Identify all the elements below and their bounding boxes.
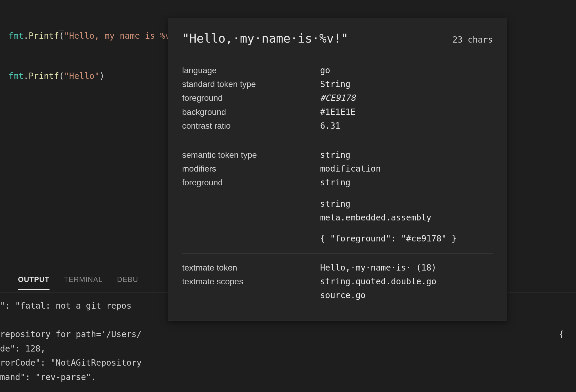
output-line: de": 128,	[0, 344, 46, 354]
label-language: language	[182, 64, 320, 77]
value-contrast-ratio: 6.31	[320, 119, 493, 133]
popup-section-basic: languagego standard token typeString for…	[182, 61, 493, 141]
scope-line: meta.embedded.assembly	[320, 211, 493, 225]
value-background: #1E1E1E	[320, 105, 493, 119]
token-open-paren: (	[59, 31, 64, 41]
output-line: ": "fatal: not a git repos	[0, 301, 131, 311]
label-background: background	[182, 105, 320, 119]
output-line: rorCode": "NotAGitRepository	[0, 358, 142, 368]
label-textmate-token: textmate token	[182, 261, 320, 275]
value-standard-token-type: String	[320, 77, 493, 91]
scope-line: source.go	[320, 289, 493, 302]
tab-terminal[interactable]: TERMINAL	[64, 275, 103, 289]
label-standard-token-type: standard token type	[182, 77, 320, 91]
label-foreground: foreground	[182, 91, 320, 105]
value-modifiers: modification	[320, 162, 493, 176]
token-func: Printf	[28, 31, 59, 41]
output-right-brace: {	[559, 327, 564, 342]
value-textmate-scopes: string.quoted.double.go	[320, 275, 493, 289]
output-line: repository for path='	[0, 329, 106, 339]
value-foreground-semantic: string	[320, 176, 493, 190]
popup-section-textmate: textmate tokenHello,·my·name·is· (18) te…	[182, 253, 493, 310]
popup-char-count: 23 chars	[452, 35, 493, 45]
value-language: go	[320, 64, 493, 77]
label-modifiers: modifiers	[182, 162, 320, 176]
value-semantic-token-type: string	[320, 148, 493, 162]
value-foreground: #CE9178	[320, 91, 493, 105]
textmate-extra-scopes: source.go	[320, 289, 493, 302]
semantic-extra-scopes: string meta.embedded.assembly { "foregro…	[320, 190, 493, 246]
token-package: fmt	[8, 31, 24, 41]
scope-rule-json: { "foreground": "#ce9178" }	[320, 232, 493, 246]
popup-header: "Hello,·my·name·is·%v!" 23 chars	[182, 31, 493, 54]
popup-title: "Hello,·my·name·is·%v!"	[182, 31, 348, 45]
token-string: "Hello"	[64, 71, 99, 81]
tab-output[interactable]: OUTPUT	[18, 275, 50, 290]
token-inspector-popup: "Hello,·my·name·is·%v!" 23 chars languag…	[168, 18, 507, 321]
label-textmate-scopes: textmate scopes	[182, 275, 320, 289]
label-semantic-token-type: semantic token type	[182, 148, 320, 162]
label-foreground-semantic: foreground	[182, 176, 320, 190]
token-close-paren: )	[99, 71, 104, 81]
token-package: fmt	[8, 71, 24, 81]
tab-debug[interactable]: DEBU	[117, 275, 138, 289]
token-string: "Hello, my name is %v!"	[64, 31, 180, 41]
token-func: Printf	[28, 71, 59, 81]
popup-section-semantic: semantic token typestring modifiersmodif…	[182, 141, 493, 253]
token-dot: .	[24, 31, 29, 41]
output-blank	[0, 315, 5, 325]
output-line: mand": "rev-parse".	[0, 372, 96, 382]
output-path-link[interactable]: /Users/	[106, 329, 142, 339]
token-dot: .	[24, 71, 29, 81]
label-contrast-ratio: contrast ratio	[182, 119, 320, 133]
token-open-paren: (	[59, 71, 64, 81]
value-textmate-token: Hello,·my·name·is· (18)	[320, 261, 493, 275]
scope-line: string	[320, 197, 493, 211]
